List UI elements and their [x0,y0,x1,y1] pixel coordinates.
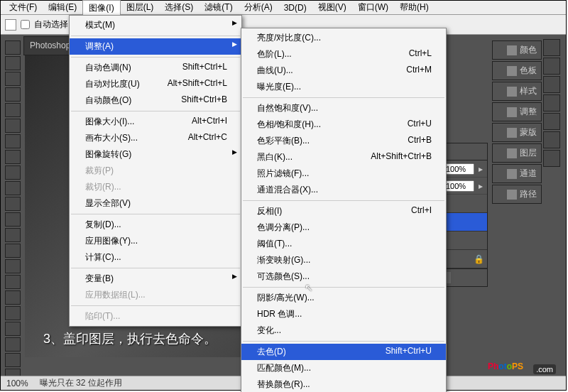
menu-8[interactable]: 视图(V) [312,0,352,15]
tool-14[interactable] [5,259,21,273]
menu-shortcut: Ctrl+U [408,119,432,131]
panel-路径[interactable]: 路径 [492,185,542,204]
tool-9[interactable] [5,181,21,195]
logo-part: ot [498,361,506,371]
zoom-level[interactable]: 100% [6,379,28,388]
dock-icon-6[interactable] [543,150,560,167]
dock-icon-5[interactable] [543,131,560,148]
menu-item[interactable]: 画布大小(S)...Alt+Ctrl+C [70,130,241,146]
menu-item[interactable]: 自动色调(N)Shift+Ctrl+L [70,60,241,76]
panel-样式[interactable]: 样式 [492,82,542,101]
menu-10[interactable]: 帮助(H) [394,0,435,15]
menu-item-label: 应用数据组(L)... [85,289,146,301]
tool-13[interactable] [5,244,21,258]
tool-5[interactable] [5,119,21,133]
menu-item[interactable]: 应用图像(Y)... [70,233,241,249]
move-tool-icon[interactable] [5,19,16,31]
menu-shortcut: Alt+Ctrl+C [188,132,227,144]
menu-item[interactable]: 色调分离(P)... [241,219,446,236]
menu-9[interactable]: 窗口(W) [352,0,394,15]
menu-item[interactable]: 通道混合器(X)... [241,182,446,198]
menu-4[interactable]: 选择(S) [159,0,199,15]
tool-16[interactable] [5,290,21,305]
menu-item[interactable]: 复制(D)... [70,217,241,233]
menu-item[interactable]: 曝光度(E)... [241,79,446,95]
panel-label: 图层 [520,147,537,159]
dock-icon-1[interactable] [543,58,560,75]
menu-item[interactable]: 曲线(U)...Ctrl+M [241,62,446,79]
menu-7[interactable]: 3D(D) [278,1,312,14]
menu-1[interactable]: 编辑(E) [43,0,82,15]
menu-item[interactable]: 图像大小(I)...Alt+Ctrl+I [70,114,241,130]
menu-item[interactable]: 模式(M) [70,17,241,33]
tool-17[interactable] [5,306,21,320]
tool-7[interactable] [5,150,21,164]
panel-icon [507,169,517,179]
tools-left [5,40,22,383]
panel-图层[interactable]: 图层 [492,143,542,163]
panel-颜色[interactable]: 颜色 [492,40,542,60]
menu-item-label: 模式(M) [85,19,115,31]
menu-item[interactable]: 可选颜色(S)... [241,268,446,285]
menu-item[interactable]: 自然饱和度(V)... [241,100,446,116]
dock-icon-2[interactable] [543,76,560,93]
menu-item[interactable]: 替换颜色(R)... [241,376,446,392]
menu-item[interactable]: 色相/饱和度(H)...Ctrl+U [241,116,446,133]
chevron-down-icon[interactable]: ▸ [479,164,483,174]
tool-1[interactable] [5,56,21,70]
menu-item[interactable]: 黑白(K)...Alt+Shift+Ctrl+B [241,149,446,165]
menu-2[interactable]: 图像(I) [82,0,120,16]
menu-item-label: 复制(D)... [85,219,121,231]
menu-0[interactable]: 文件(F) [4,0,43,15]
tool-18[interactable] [5,322,21,336]
menu-item[interactable]: 渐变映射(G)... [241,252,446,268]
menu-item[interactable]: 调整(A) [70,38,241,55]
tool-2[interactable] [5,72,21,86]
panel-蒙版[interactable]: 蒙版 [492,123,542,142]
panel-icon [507,66,517,76]
menu-item[interactable]: 去色(D)Shift+Ctrl+U [241,344,446,360]
menu-item[interactable]: 色阶(L)...Ctrl+L [241,46,446,62]
menu-item[interactable]: HDR 色调... [241,306,446,322]
tool-12[interactable] [5,228,21,242]
tool-3[interactable] [5,87,21,102]
menu-item[interactable]: 自动对比度(U)Alt+Shift+Ctrl+L [70,76,241,92]
opacity-input[interactable] [444,163,474,175]
menu-6[interactable]: 分析(A) [239,0,278,15]
autoselect-checkbox[interactable] [21,20,30,29]
menu-item[interactable]: 照片滤镜(F)... [241,165,446,182]
menu-item[interactable]: 变量(B) [70,271,241,287]
tool-15[interactable] [5,275,21,289]
menu-item[interactable]: 亮度/对比度(C)... [241,30,446,46]
panel-通道[interactable]: 通道 [492,164,542,183]
panel-调整[interactable]: 调整 [492,102,542,121]
menu-item[interactable]: 图像旋转(G) [70,146,241,163]
menu-item[interactable]: 匹配颜色(M)... [241,360,446,376]
menu-item[interactable]: 显示全部(V) [70,195,241,212]
tool-0[interactable] [5,40,21,55]
dock-icon-0[interactable] [543,39,560,56]
menu-5[interactable]: 滤镜(T) [199,0,238,15]
tool-11[interactable] [5,212,21,227]
menu-item[interactable]: 色彩平衡(B)...Ctrl+B [241,133,446,149]
tool-10[interactable] [5,197,21,211]
menu-item[interactable]: 计算(C)... [70,249,241,266]
menu-item[interactable]: 自动颜色(O)Shift+Ctrl+B [70,92,241,109]
menu-item[interactable]: 阈值(T)... [241,236,446,252]
panel-色板[interactable]: 色板 [492,61,542,80]
cursor-icon: ↖ [305,282,313,293]
tool-8[interactable] [5,165,21,180]
tool-4[interactable] [5,103,21,117]
chevron-down-icon[interactable]: ▸ [479,181,483,191]
menu-item[interactable]: 变化... [241,322,446,339]
menu-3[interactable]: 图层(L) [121,0,160,15]
menu-item-label: 色相/饱和度(H)... [257,119,321,131]
dock-icon-4[interactable] [543,113,560,130]
dock-icon-3[interactable] [543,94,560,111]
tool-20[interactable] [5,353,21,367]
menu-item[interactable]: 反相(I)Ctrl+I [241,203,446,219]
menu-item[interactable]: 阴影/高光(W)... [241,290,446,306]
tool-6[interactable] [5,134,21,148]
tool-19[interactable] [5,337,21,352]
fill-input[interactable] [444,180,474,192]
